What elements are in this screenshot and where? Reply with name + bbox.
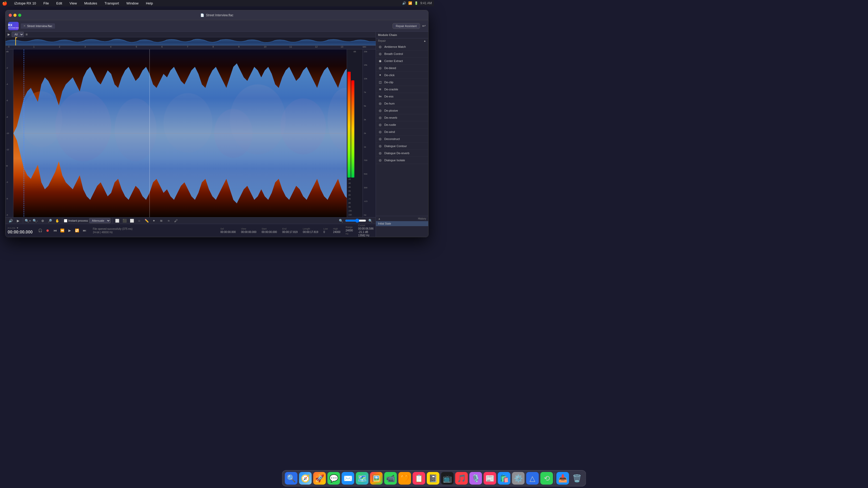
module-item-center-extract[interactable]: ◉ Center Extract (376, 58, 428, 65)
tool-magic[interactable]: ✦ (151, 218, 157, 224)
history-collapse-icon[interactable]: ▲ (378, 217, 381, 220)
high-info: High 24000 (333, 227, 340, 233)
ruler-mark-10: 10 (264, 46, 266, 48)
skip-back-button[interactable]: ⏮ (52, 227, 58, 234)
minimize-button[interactable] (13, 14, 17, 17)
de-wind-icon: ◎ (378, 130, 382, 134)
menu-transport[interactable]: Transport (103, 1, 121, 6)
menu-edit[interactable]: Edit (55, 1, 64, 6)
loop-button[interactable]: 🔁 (74, 227, 80, 234)
headphones-button[interactable]: 🎧 (37, 227, 43, 234)
record-button[interactable]: ⏺ (44, 227, 51, 234)
module-item-de-wind[interactable]: ◎ De-wind (376, 128, 428, 135)
db-label-neg9: -9 (6, 214, 12, 216)
tool-lasso[interactable]: ○ (136, 218, 143, 224)
ambience-match-icon: ◎ (378, 45, 382, 49)
menu-icon[interactable]: ≡ (26, 32, 28, 36)
tool-select-rect[interactable]: ⬜ (114, 218, 120, 224)
high-label: High (333, 227, 340, 230)
module-item-dialogue-isolate[interactable]: ◎ Dialogue Isolate (376, 157, 428, 164)
app-header: RX ADVANCED ✕ Street Interview.flac Repa… (5, 20, 428, 32)
tool-brush[interactable]: ✏️ (144, 218, 150, 224)
range-label: Range (346, 226, 353, 228)
module-item-de-reverb[interactable]: ◎ De-reverb (376, 114, 428, 121)
close-button[interactable] (9, 14, 12, 17)
range-val: 24000 (346, 229, 353, 232)
tool-zoom-out[interactable]: 🔍- (32, 218, 38, 224)
db-label-neg3: -3 (6, 181, 12, 183)
main-window: 📄 Street Interview.flac RX ADVANCED ✕ St… (5, 10, 429, 237)
end-val: 00:00:17.819 (282, 231, 298, 233)
db-label-8: -8 (6, 116, 12, 118)
repair-assistant-button[interactable]: Repair Assistant (393, 23, 420, 29)
play-button[interactable]: ▶ (66, 227, 73, 234)
filter-dropdown[interactable]: All (11, 32, 24, 37)
menubar-battery: 🔋 (414, 1, 418, 5)
de-clip-icon: ◫ (378, 80, 382, 84)
tool-harmonic[interactable]: ≋ (158, 218, 164, 224)
module-item-breath-control[interactable]: ◎ Breath Control (376, 51, 428, 58)
instant-process-label[interactable]: Instant process (64, 219, 88, 223)
zoom-in-button[interactable]: 🔍 (367, 218, 374, 224)
module-item-de-crackle[interactable]: ≋ De-crackle (376, 86, 428, 93)
menu-window[interactable]: Window (125, 1, 140, 6)
freq-1k: 1k (364, 146, 375, 148)
tool-zoom-in[interactable]: 🔍+ (25, 218, 31, 224)
cursor-db: -21.1 dB (358, 231, 374, 233)
tool-play[interactable]: ▶ (15, 218, 21, 224)
menu-file[interactable]: File (42, 1, 51, 6)
tool-select-freq[interactable]: ⬜ (129, 218, 135, 224)
ruler-mark-13: 13 (341, 46, 343, 48)
zoom-out-button[interactable]: 🔍 (338, 218, 344, 224)
cursor-info: Cursor 00:00:06.586 -21.1 dB 13582 Hz (358, 224, 374, 237)
db-label-6: -6 (6, 99, 12, 102)
spectrogram[interactable]: dB -20-30-40-50-60-70-80-90-100-110 (13, 50, 363, 217)
menu-modules[interactable]: Modules (83, 1, 99, 6)
toolbar-separator-1 (23, 218, 23, 223)
history-item-initial[interactable]: Initial State (376, 221, 428, 226)
module-item-de-click[interactable]: ✦ De-click (376, 72, 428, 79)
tool-scroll[interactable]: ⊕ (39, 218, 46, 224)
instant-process-checkbox[interactable] (64, 219, 67, 223)
tab-close-icon[interactable]: ✕ (23, 25, 26, 27)
module-item-ambience-match[interactable]: ◎ Ambience Match (376, 43, 428, 51)
zoom-in-waveform-button[interactable]: 🔊 (8, 218, 14, 224)
module-label-de-hum: De-hum (384, 102, 395, 105)
back-button[interactable]: ⏪ (59, 227, 65, 234)
maximize-button[interactable] (18, 14, 21, 17)
process-select[interactable]: Attenuate (89, 218, 111, 223)
skip-forward-button[interactable]: ⏭ (81, 227, 88, 234)
module-item-de-rustle[interactable]: ◎ De-rustle (376, 121, 428, 128)
spectrogram-container: dB -2 -4 -6 -8 -10 -12 M -3 -6 -9 (5, 50, 376, 217)
tool-pencil[interactable]: 🖊 (173, 218, 179, 224)
start-label: Start (261, 227, 277, 230)
module-item-de-ess[interactable]: Ss De-ess (376, 93, 428, 100)
file-tab[interactable]: ✕ Street Interview.flac (21, 23, 55, 29)
tool-pan[interactable]: ✋ (54, 218, 60, 224)
header-action-icon[interactable]: ↩ (422, 23, 426, 28)
tool-magnify[interactable]: 🔎 (47, 218, 53, 224)
dialogue-de-reverb-icon: ◎ (378, 151, 382, 155)
tool-eq[interactable]: ≈ (165, 218, 172, 224)
length-val: 00:00:17.819 (303, 231, 318, 233)
mini-waveform-svg (5, 37, 376, 45)
module-item-de-hum[interactable]: ◎ De-hum (376, 100, 428, 107)
module-item-dialogue-de-reverb[interactable]: ◎ Dialogue De-reverb (376, 150, 428, 157)
zoom-slider[interactable] (345, 219, 366, 223)
module-item-de-plosive[interactable]: ◎ De-plosive (376, 107, 428, 114)
mini-waveform[interactable] (5, 37, 376, 46)
right-panel: Module Chain Repair ▲ ◎ Ambience Match ◎… (376, 32, 428, 237)
module-item-de-clip[interactable]: ◫ De-clip (376, 79, 428, 86)
apple-menu[interactable]: 🍎 (2, 1, 7, 6)
menu-help[interactable]: Help (144, 1, 155, 6)
menu-app[interactable]: iZotope RX 10 (12, 1, 38, 6)
play-icon[interactable]: ▶ (8, 33, 10, 36)
tool-select-time[interactable]: ⬛ (121, 218, 128, 224)
module-item-deconstruct[interactable]: ◎ Deconstruct (376, 135, 428, 142)
ruler-mark-0: 0 (8, 46, 9, 48)
module-item-dialogue-contour[interactable]: ◎ Dialogue Contour (376, 142, 428, 150)
repair-expand-icon[interactable]: ▲ (424, 39, 426, 42)
menu-view[interactable]: View (68, 1, 78, 6)
module-item-de-bleed[interactable]: ◎ De-bleed (376, 65, 428, 72)
de-click-icon: ✦ (378, 73, 382, 77)
